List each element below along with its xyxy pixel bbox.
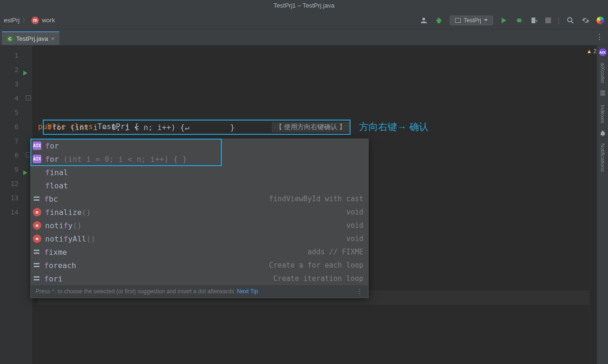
- svg-rect-5: [34, 252, 39, 254]
- breadcrumb: estPrj 〉 m work: [4, 16, 55, 25]
- svg-rect-7: [34, 266, 39, 267]
- main-toolbar: estPrj 〉 m work TestPrj |: [0, 11, 608, 29]
- completion-item[interactable]: foreachCreate a for each loop: [31, 259, 368, 272]
- template-icon: [33, 275, 40, 282]
- chevron-down-icon: [484, 19, 488, 21]
- completion-item[interactable]: float: [31, 179, 368, 192]
- fold-icon[interactable]: −: [26, 95, 31, 101]
- line-number: 2: [0, 63, 32, 77]
- aixcoder-icon[interactable]: AIX: [599, 48, 607, 56]
- debug-button[interactable]: [515, 16, 523, 25]
- sidebar-label[interactable]: Notifications: [600, 143, 606, 172]
- bell-icon[interactable]: [599, 130, 606, 137]
- completion-item[interactable]: mnotifyAll()void: [31, 232, 368, 245]
- svg-rect-4: [34, 250, 39, 251]
- svg-rect-8: [34, 276, 39, 278]
- tool-window-bar: AIX aiXcoder Indexes Notifications: [597, 46, 608, 364]
- file-tab[interactable]: C TestPrj.java ×: [2, 31, 59, 45]
- method-icon: m: [31, 17, 39, 24]
- completion-item[interactable]: mfinalize()void: [31, 205, 368, 219]
- inline-hint: 【 使用方向右键确认 】: [272, 122, 350, 132]
- aix-icon: AIX: [33, 155, 41, 163]
- completion-item[interactable]: fbcfindViewById with cast: [31, 192, 368, 205]
- completion-popup[interactable]: AIXforAIXfor (int i = 0; i < n; i++) { }…: [30, 139, 369, 298]
- tab-menu-icon[interactable]: ⋮: [591, 28, 608, 45]
- method-icon: m: [33, 234, 41, 243]
- indexes-icon[interactable]: [599, 90, 606, 98]
- line-number: 13: [0, 191, 32, 205]
- breadcrumb-sep: 〉: [22, 16, 28, 25]
- svg-rect-3: [34, 199, 39, 201]
- sidebar-label[interactable]: aiXcoder: [600, 63, 606, 83]
- line-number: 7: [0, 134, 32, 148]
- toolbar-actions: TestPrj |: [419, 16, 604, 25]
- aix-icon: AIX: [33, 141, 41, 150]
- svg-rect-6: [34, 263, 39, 264]
- template-icon: [33, 261, 40, 269]
- warning-count: 2: [593, 48, 597, 55]
- line-number: 4−: [0, 91, 32, 105]
- config-box-icon: [455, 18, 461, 23]
- breadcrumb-item[interactable]: work: [42, 17, 55, 24]
- editor-tabs: C TestPrj.java × ⋮: [0, 29, 608, 46]
- run-config-select[interactable]: TestPrj: [450, 16, 493, 25]
- line-number: 9+: [0, 162, 32, 177]
- svg-rect-9: [34, 279, 39, 280]
- annotation: 方向右键→ 确认: [359, 121, 428, 133]
- gear-icon[interactable]: [581, 16, 590, 25]
- svg-point-1: [568, 18, 572, 22]
- run-button[interactable]: [500, 16, 508, 25]
- method-icon: m: [33, 221, 41, 230]
- svg-rect-2: [34, 196, 39, 198]
- next-tip-link[interactable]: Next Tip: [237, 288, 258, 295]
- close-icon[interactable]: ×: [51, 35, 55, 42]
- breadcrumb-item[interactable]: estPrj: [4, 17, 19, 24]
- more-menu-icon[interactable]: ⋮: [357, 288, 363, 295]
- class-icon: C: [7, 36, 13, 42]
- line-number: 14: [0, 205, 32, 219]
- completion-item[interactable]: AIXfor (int i = 0; i < n; i++) { }: [31, 152, 368, 166]
- search-icon[interactable]: [566, 16, 575, 25]
- completion-item[interactable]: mnotify()void: [31, 219, 368, 232]
- window-title: TestPrj1 – TestPrj.java: [0, 0, 608, 11]
- popup-footer: Press ^. to choose the selected (or firs…: [31, 285, 368, 298]
- completion-item[interactable]: foriCreate iteration loop: [31, 272, 368, 285]
- completion-item[interactable]: fixmeadds // FIXME: [31, 245, 368, 259]
- line-number: 12: [0, 177, 32, 191]
- build-icon[interactable]: [435, 16, 443, 25]
- gutter: 1 2 3 4− 5 6 7 8− 9+ 12 13 14: [0, 46, 32, 364]
- user-icon[interactable]: [419, 16, 428, 25]
- run-config-label: TestPrj: [464, 17, 481, 24]
- colorwheel-icon[interactable]: [597, 17, 604, 24]
- completion-item[interactable]: AIXfor: [31, 139, 368, 152]
- line-number: 6: [0, 120, 32, 134]
- template-icon: [33, 195, 40, 203]
- line-number: 3: [0, 77, 32, 91]
- file-tab-label: TestPrj.java: [16, 35, 48, 42]
- stop-button[interactable]: [545, 18, 551, 23]
- sidebar-label[interactable]: Indexes: [600, 105, 606, 123]
- inline-suggestion: ffor (int i = 0; i < n; i++) {↵ } 【 使用方向…: [43, 120, 351, 135]
- line-number: 5: [0, 105, 32, 120]
- method-icon: m: [33, 208, 41, 216]
- line-number: 8−: [0, 148, 32, 162]
- template-icon: [33, 248, 40, 256]
- warning-icon: ▲: [586, 48, 592, 55]
- line-number: 1: [0, 48, 32, 63]
- editor-area: 1 2 3 4− 5 6 7 8− 9+ 12 13 14 public cla…: [0, 46, 608, 364]
- completion-item[interactable]: final: [31, 166, 368, 179]
- coverage-button[interactable]: [530, 16, 539, 25]
